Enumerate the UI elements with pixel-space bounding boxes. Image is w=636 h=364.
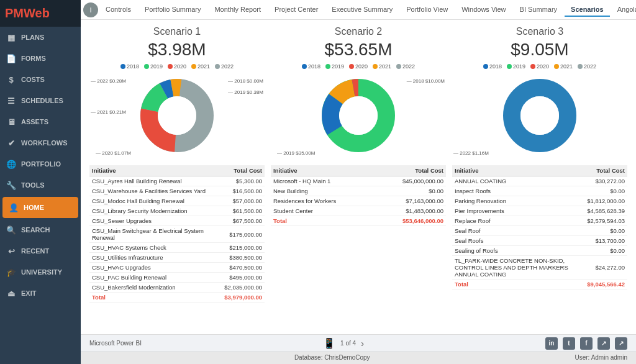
table-row: CSU_Modoc Hall Building Renewal$57,000.0… [89,196,265,206]
tab-bi-summary[interactable]: BI Summary [514,3,564,17]
logo: PMWeb [5,6,50,20]
sidebar-label-plans: PLANS [21,34,44,41]
table-row: CSU_Library Security Modernization$61,50… [89,206,265,216]
s1-callout-2020: — 2020 $1.07M [96,150,131,156]
table-row: Microsoft - HQ Main 1$45,000,000.00 [271,176,446,186]
table-row: CSU_Ayres Hall Building Renewal$5,300.00 [89,176,265,186]
sidebar-label-costs: COSTS [21,76,45,83]
sidebar-item-home[interactable]: 👤 HOME [2,197,78,218]
table-row: Sealing of Roofs$0.00 [452,246,627,256]
table-row: TL_PARK-WIDE CONCRETE NON-SKID, CONTROL … [452,256,627,280]
logo-slash: W [24,6,35,20]
sidebar-item-costs[interactable]: $ COSTS [0,69,81,90]
s1-callout-2018: — 2018 $0.00M [228,78,263,84]
sidebar-item-workflows[interactable]: ✔ WORKFLOWS [0,132,81,153]
table-row: Seal Roof$0.00 [452,226,627,236]
scenario-1-table-container: Initiative Total Cost CSU_Ayres Hall Bui… [89,165,265,303]
sidebar-item-portfolio[interactable]: 🌐 PORTFOLIO [0,153,81,175]
next-page-button[interactable]: › [361,339,364,348]
table-row: CSU_Warehouse & Facilities Services Yard… [89,186,265,196]
table-row: Pier Improvements$4,585,628.39 [452,206,627,216]
statusbar: Database: ChrisDemoCopy User: Admin admi… [81,352,636,364]
sidebar-label-workflows: WORKFLOWS [21,139,68,147]
table-row: Inspect Roofs$0.00 [452,186,627,196]
sidebar-item-recent[interactable]: ↩ RECENT [0,240,81,262]
page-info: 1 of 4 [340,340,356,347]
twitter-icon[interactable]: t [563,337,575,350]
tab-scenarios[interactable]: Scenarios [565,3,610,17]
s1-col-cost: Total Cost [222,165,265,176]
sidebar-item-exit[interactable]: ⏏ EXIT [0,283,81,304]
tab-portfolio-view[interactable]: Portfolio View [400,3,454,17]
sidebar-label-university: UNIVERSITY [21,268,62,276]
tab-project-center[interactable]: Project Center [268,3,324,17]
scenario-2-value: $53.65M [271,40,446,60]
sidebar-item-tools[interactable]: 🔧 TOOLS [0,175,81,196]
table-row: CSU_HVAC Systems Check$215,000.00 [89,243,265,253]
scenario-1-table: Initiative Total Cost CSU_Ayres Hall Bui… [89,165,265,303]
s2-callout-2019: — 2019 $35.00M [277,150,315,156]
tab-portfolio-summary[interactable]: Portfolio Summary [139,3,207,17]
tab-angola[interactable]: Angola [611,3,636,17]
s1-callout-2022: — 2022 $0.28M [91,78,126,84]
table-row: ANNUAL COATING$30,272.00 [452,176,627,186]
sidebar: PMWeb ▦ PLANS 📄 FORMS $ COSTS ☰ SCHEDULE… [0,0,81,364]
sidebar-item-forms[interactable]: 📄 FORMS [0,48,81,69]
table-total-row: Total$3,979,000.00 [89,293,265,303]
home-icon: 👤 [9,202,19,212]
scenario-3-table: Initiative Total Cost ANNUAL COATING$30,… [452,165,627,289]
sidebar-item-plans[interactable]: ▦ PLANS [0,27,81,48]
scenario-1-title: Scenario 1 [89,26,265,37]
footer-social: in t f ↗ ↗ [545,337,627,350]
s1-callout-2021: — 2021 $0.21M [91,109,126,115]
table-row: CSU_Sewer Upgrades$67,500.00 [89,216,265,226]
scenario-3-card: Scenario 3 $9.05M 2018 2019 2020 2021 20… [452,26,627,159]
schedules-icon: ☰ [6,96,16,106]
tab-monthly-report[interactable]: Monthly Report [208,3,267,17]
sidebar-nav: ▦ PLANS 📄 FORMS $ COSTS ☰ SCHEDULES 🖥 AS… [0,27,81,364]
sidebar-label-assets: ASSETS [21,118,48,125]
table-row: Replace Roof$2,579,594.03 [452,216,627,226]
logo-end: eb [35,6,50,20]
table-row: CSU_Utilities Infrastructure$380,500.00 [89,253,265,263]
sidebar-item-schedules[interactable]: ☰ SCHEDULES [0,90,81,111]
svg-point-10 [339,96,378,135]
content: Scenario 1 $3.98M 2018 2019 2020 2021 20… [81,20,636,334]
tab-executive-summary[interactable]: Executive Summary [325,3,399,17]
legend-2022: 2022 [215,63,234,70]
scenario-1-value: $3.98M [89,40,265,60]
table-row: CSU_PAC Building Renewal$495,000.00 [89,273,265,283]
s3-col-initiative: Initiative [452,165,584,176]
logo-accent: PM [5,6,24,20]
legend-2018: 2018 [120,63,139,70]
tools-icon: 🔧 [6,180,16,190]
sidebar-item-assets[interactable]: 🖥 ASSETS [0,111,81,132]
share-icon-2[interactable]: ↗ [615,337,627,350]
table-total-row: Total$53,646,000.00 [271,216,446,226]
scenario-2-card: Scenario 2 $53.65M 2018 2019 2020 2021 2… [271,26,446,159]
costs-icon: $ [6,75,16,84]
linkedin-icon[interactable]: in [545,337,558,350]
share-icon-1[interactable]: ↗ [597,337,610,350]
table-row: Parking Renovation$1,812,000.00 [452,196,627,206]
sidebar-label-exit: EXIT [21,289,36,297]
tab-windows-view[interactable]: Windows View [455,3,512,17]
scenario-2-table-container: Initiative Total Cost Microsoft - HQ Mai… [271,165,446,303]
forms-icon: 📄 [6,53,16,63]
tables-grid: Initiative Total Cost CSU_Ayres Hall Bui… [89,165,627,303]
tab-controls[interactable]: Controls [99,3,137,17]
facebook-icon[interactable]: f [580,337,593,350]
sidebar-label-recent: RECENT [21,247,49,255]
topbar: i Controls Portfolio Summary Monthly Rep… [81,0,636,20]
sidebar-item-university[interactable]: 🎓 UNIVERSITY [0,262,81,283]
table-row: Student Center$1,483,000.00 [271,206,446,216]
table-total-row: Total$9,045,566.42 [452,280,627,289]
info-button[interactable]: i [83,2,98,17]
sidebar-item-search[interactable]: 🔍 SEARCH [0,219,81,240]
scenario-1-legend: 2018 2019 2020 2021 2022 [89,63,265,70]
table-row: CSU_HVAC Upgrades$470,500.00 [89,263,265,273]
table-row: CSU_Main Switchgear & Electrical System … [89,226,265,243]
table-row: Residences for Workers$7,163,000.00 [271,196,446,206]
sidebar-label-schedules: SCHEDULES [21,97,63,104]
s2-callout-2018: — 2018 $10.00M [407,78,445,84]
